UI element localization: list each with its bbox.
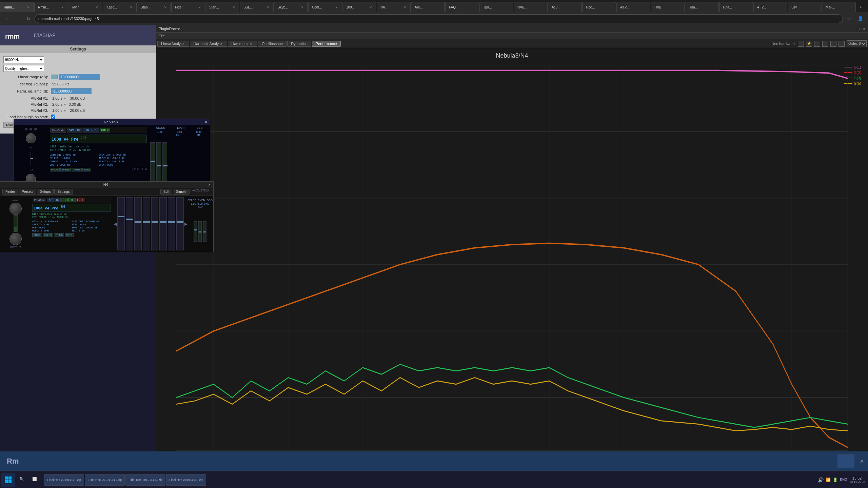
tab-pro[interactable]: Про... [582, 2, 616, 12]
n4-finder-btn[interactable]: Finder [2, 189, 18, 195]
back-button[interactable]: ← [3, 15, 12, 22]
nebula3-title-bar[interactable]: Nebula3 × [14, 119, 210, 125]
tab-nve[interactable]: NVE... [514, 2, 548, 12]
tab-close-5[interactable]: × [198, 5, 201, 10]
tab-men[interactable]: Мен... [822, 2, 856, 12]
reload-button[interactable]: ↻ [24, 15, 33, 22]
pd-maximize-btn[interactable]: □ [860, 27, 862, 31]
forward-button[interactable]: → [14, 15, 22, 22]
tab-ally[interactable]: All y... [616, 2, 650, 12]
nebula3-close[interactable]: × [205, 120, 207, 124]
taskbar-item-0[interactable]: Fidel Rec-20191111...zip [44, 474, 84, 486]
tab-close-2[interactable]: × [95, 5, 99, 10]
n4-simple-btn[interactable]: Simple [173, 189, 190, 195]
pd-file-menu[interactable]: File [159, 34, 165, 38]
tab-pla1[interactable]: Пла... [651, 2, 685, 12]
n4-evens-btn[interactable]: EVENS [43, 233, 54, 237]
n4-fader-d[interactable] [143, 197, 150, 250]
tab-close-3[interactable]: × [129, 5, 133, 10]
tab-stan[interactable]: Stan... × [137, 2, 171, 12]
tab-fide[interactable]: Fide... × [171, 2, 205, 12]
tab-close-9[interactable]: × [335, 5, 338, 10]
tab-close-0[interactable]: × [61, 5, 64, 10]
input-knob[interactable] [26, 133, 36, 143]
url-bar[interactable]: rmmedia.ru/threads/133230/page-45 [35, 14, 843, 23]
n4-prog-btn[interactable]: PROG [32, 233, 42, 237]
n4-fader-left[interactable]: ◀ [114, 197, 117, 250]
tab-n4[interactable]: N4... × [377, 2, 411, 12]
profile-icon[interactable]: 👤 [855, 15, 865, 22]
taskbar-item-2[interactable]: Fidel Rec-20191111...zip [125, 474, 165, 486]
bookmark-icon[interactable]: ☆ [845, 15, 853, 22]
fader-2[interactable] [156, 142, 161, 188]
evens-btn[interactable]: EVENS [60, 168, 71, 171]
tab-acu[interactable]: Acu... [548, 2, 582, 12]
tab-close[interactable]: × [26, 5, 30, 10]
tab-dynamics[interactable]: Dynamics [287, 41, 311, 47]
n4-mini-fader-2[interactable] [198, 221, 202, 242]
clock-area[interactable]: 13:52 10.11.2019 [849, 476, 865, 484]
n4-settings-btn[interactable]: Settings [54, 189, 73, 195]
tab-close-10[interactable]: × [369, 5, 373, 10]
use-hardware-icon2[interactable] [814, 41, 820, 47]
tab-close-6[interactable]: × [232, 5, 236, 10]
linear-range-input[interactable] [59, 74, 100, 80]
tab-linear-analysis[interactable]: LinearAnalysis [157, 41, 189, 47]
tab-hammerstein[interactable]: Hammerstein [228, 41, 257, 47]
fader-3[interactable] [162, 142, 167, 188]
n4-presets-btn[interactable]: Presets [19, 189, 36, 195]
n4-prevcode[interactable]: PrevCode [33, 198, 46, 202]
pd-close-btn[interactable]: × [863, 27, 865, 31]
task-view-btn[interactable]: ⬜ [28, 473, 41, 485]
n4-output-knob[interactable] [9, 233, 22, 245]
n4-fader-e[interactable] [151, 197, 159, 250]
inits-btn[interactable]: INITS [82, 168, 91, 171]
active-tab[interactable]: Rmm... × [0, 2, 34, 12]
strip-close-btn[interactable]: × [860, 458, 864, 465]
fader-1[interactable] [150, 142, 155, 188]
tab-close-11[interactable]: × [403, 5, 407, 10]
n4-mini-fader-1[interactable] [194, 221, 197, 242]
tab-harmonic-analysis[interactable]: HarmonicAnalysis [190, 41, 227, 47]
n4-setups-btn[interactable]: Setups [37, 189, 54, 195]
order-select[interactable]: Order: 8 [847, 40, 867, 47]
tab-skyb[interactable]: Skyb... × [274, 2, 308, 12]
n4-mini-fader-3[interactable] [203, 221, 206, 242]
tray-icon-3[interactable]: 🔋 [833, 477, 838, 482]
tab-close-4[interactable]: × [163, 5, 167, 10]
taskbar-item-1[interactable]: Fidel Rec-20191111...zip [85, 474, 125, 486]
n4-input-knob[interactable] [9, 203, 22, 215]
taskbar-item-3[interactable]: Fidel Rec-20191111...zip [166, 474, 206, 486]
n4-fader-a[interactable] [117, 197, 125, 250]
n4-fader-c[interactable] [134, 197, 142, 250]
tab-pla3[interactable]: Пла... [719, 2, 753, 12]
tab-faq[interactable]: FAQ... [445, 2, 479, 12]
tab-close-8[interactable]: × [300, 5, 304, 10]
n4-trims-btn[interactable]: TRIMS [54, 233, 64, 237]
use-hardware-icon1[interactable]: ⚡ [806, 41, 812, 47]
tab-stan2[interactable]: Stan... × [205, 2, 239, 12]
tab-myh[interactable]: My h... × [68, 2, 102, 12]
n4-fader-right[interactable]: ▶ [184, 197, 188, 250]
n4-edit-btn[interactable]: Edit [160, 189, 172, 195]
tab-are[interactable]: Are... [411, 2, 445, 12]
tab-100[interactable]: 100... × [342, 2, 376, 12]
sample-rate-select[interactable]: 96000 Hz [3, 56, 44, 63]
quality-select[interactable]: Quality: highest [3, 65, 44, 72]
prevcode-btn[interactable]: PrevCode [51, 128, 66, 133]
use-hardware-icon5[interactable] [839, 41, 845, 47]
use-hardware-icon4[interactable] [830, 41, 836, 47]
use-hardware-icon3[interactable] [822, 41, 828, 47]
tab-4tu[interactable]: 4 Ту... [753, 2, 787, 12]
n4-fader-g[interactable] [168, 197, 175, 250]
tab-ssl[interactable]: SSL... × [240, 2, 274, 12]
n4-inits-btn[interactable]: INITS [65, 233, 74, 237]
n4-title-bar[interactable]: N4 × [0, 182, 213, 188]
tray-icon-2[interactable]: 📶 [826, 477, 831, 482]
pd-minimize-btn[interactable]: ─ [855, 27, 858, 31]
prog-btn[interactable]: PROG [50, 168, 60, 171]
start-button[interactable] [1, 473, 15, 487]
n4-fader-b[interactable] [126, 197, 133, 250]
tab-zvu[interactable]: Зву... [788, 2, 822, 12]
n4-fader-h[interactable] [176, 197, 184, 250]
